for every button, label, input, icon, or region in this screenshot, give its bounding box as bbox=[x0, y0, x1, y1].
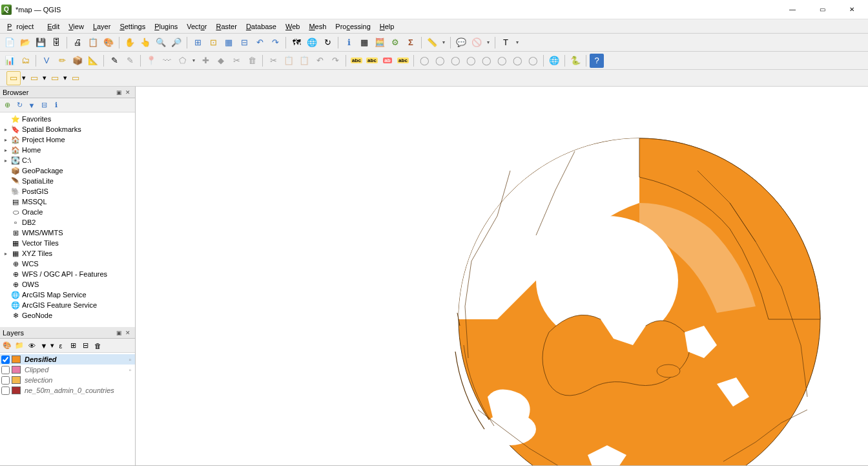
layer-visibility-checkbox[interactable] bbox=[1, 376, 10, 385]
collapse-icon[interactable]: ⊟ bbox=[38, 100, 50, 111]
select-all-button[interactable]: ▭ bbox=[68, 71, 83, 85]
text-annotation-button[interactable]: T bbox=[499, 36, 513, 50]
label-abc2-button[interactable]: abc bbox=[365, 54, 379, 68]
zoom-last-button[interactable]: ↶ bbox=[253, 36, 267, 50]
new-shapefile-button[interactable]: V bbox=[39, 54, 54, 68]
zoom-layer-button[interactable]: ▦ bbox=[222, 36, 236, 50]
pan-button[interactable]: ✋ bbox=[123, 36, 137, 50]
browser-item[interactable]: ⬭Oracle bbox=[0, 207, 135, 217]
browser-item[interactable]: ❄GeoNode bbox=[0, 310, 135, 321]
new-3d-view-button[interactable]: 🌐 bbox=[305, 36, 319, 50]
toggle-edit-button[interactable]: ✎ bbox=[107, 54, 121, 68]
browser-item[interactable]: 🪶SpatiaLite bbox=[0, 176, 135, 186]
visibility-icon[interactable]: 👁 bbox=[26, 340, 37, 352]
filter-legend-icon[interactable]: ▼ bbox=[38, 340, 50, 352]
browser-item[interactable]: ▸🏠Home bbox=[0, 145, 135, 155]
menu-plugins[interactable]: Plugins bbox=[150, 21, 182, 32]
help-button[interactable]: ? bbox=[590, 54, 604, 68]
menu-mesh[interactable]: Mesh bbox=[304, 21, 331, 32]
collapse-icon[interactable]: ⊟ bbox=[79, 340, 91, 352]
browser-item[interactable]: ▸🔖Spatial Bookmarks bbox=[0, 124, 135, 134]
menu-layer[interactable]: Layer bbox=[88, 21, 116, 32]
expand-icon[interactable]: ⊞ bbox=[67, 340, 79, 352]
deselect-button[interactable]: ▭ bbox=[48, 71, 62, 85]
toolbox-button[interactable]: ⚙ bbox=[388, 36, 402, 50]
zoom-full-button[interactable]: ⊞ bbox=[191, 36, 205, 50]
field-calc-button[interactable]: 🧮 bbox=[373, 36, 387, 50]
minimize-button[interactable]: — bbox=[778, 0, 807, 19]
add-raster-button[interactable]: 🗂 bbox=[18, 54, 32, 68]
new-map-view-button[interactable]: 🗺 bbox=[289, 36, 304, 50]
new-project-button[interactable]: 📄 bbox=[3, 36, 17, 50]
properties-icon[interactable]: ℹ bbox=[50, 100, 62, 111]
menu-processing[interactable]: Processing bbox=[331, 21, 375, 32]
zoom-native-button[interactable]: ⊟ bbox=[237, 36, 251, 50]
browser-tree[interactable]: ⭐Favorites▸🔖Spatial Bookmarks▸🏠Project H… bbox=[0, 112, 135, 327]
add-group-icon[interactable]: 📁 bbox=[14, 340, 25, 352]
close-panel-icon[interactable]: ✕ bbox=[123, 328, 132, 337]
layer-item[interactable]: selection bbox=[0, 375, 135, 385]
zoom-out-button[interactable]: 🔎 bbox=[169, 36, 183, 50]
browser-item[interactable]: ▸▦XYZ Tiles bbox=[0, 248, 135, 259]
style-manager-button[interactable]: 🎨 bbox=[101, 36, 116, 50]
undock-icon[interactable]: ▣ bbox=[114, 88, 123, 97]
layer-item[interactable]: Clipped▫ bbox=[0, 365, 135, 375]
map-canvas[interactable] bbox=[136, 87, 868, 465]
expand-icon[interactable]: ▸ bbox=[3, 158, 9, 164]
python-console-button[interactable]: 🐍 bbox=[568, 54, 583, 68]
label-abc4-button[interactable]: abc bbox=[396, 54, 410, 68]
browser-item[interactable]: 🌐ArcGIS Map Service bbox=[0, 290, 135, 300]
menu-settings[interactable]: Settings bbox=[115, 21, 150, 32]
zoom-in-button[interactable]: 🔍 bbox=[154, 36, 168, 50]
expression-icon[interactable]: ε bbox=[55, 340, 67, 352]
save-as-button[interactable]: 🗄 bbox=[49, 36, 63, 50]
filter-icon[interactable]: ▼ bbox=[26, 100, 37, 111]
metasearch-button[interactable]: 🌐 bbox=[547, 54, 561, 68]
browser-item[interactable]: ▸💽C:\ bbox=[0, 155, 135, 165]
zoom-selection-button[interactable]: ⊡ bbox=[206, 36, 220, 50]
browser-item[interactable]: ⊕OWS bbox=[0, 279, 135, 290]
select-value-button[interactable]: ▭ bbox=[27, 71, 41, 85]
expand-icon[interactable]: ▸ bbox=[3, 127, 9, 132]
layer-item[interactable]: Densified▫ bbox=[0, 354, 135, 365]
browser-item[interactable]: ⊕WCS bbox=[0, 259, 135, 269]
browser-item[interactable]: ▦Vector Tiles bbox=[0, 238, 135, 248]
layers-panel-header[interactable]: Layers ▣ ✕ bbox=[0, 327, 135, 339]
zoom-next-button[interactable]: ↷ bbox=[268, 36, 282, 50]
label-abc3-button[interactable]: ab bbox=[380, 54, 395, 68]
browser-item[interactable]: ▤MSSQL bbox=[0, 196, 135, 207]
stats-button[interactable]: Σ bbox=[404, 36, 418, 50]
menu-view[interactable]: View bbox=[64, 21, 88, 32]
remove-icon[interactable]: 🗑 bbox=[92, 340, 103, 352]
menu-vector[interactable]: Vector bbox=[182, 21, 211, 32]
undock-icon[interactable]: ▣ bbox=[114, 328, 123, 337]
browser-item[interactable]: 📦GeoPackage bbox=[0, 165, 135, 176]
edit-pencil-button[interactable]: ✏ bbox=[55, 54, 69, 68]
browser-panel-header[interactable]: Browser ▣ ✕ bbox=[0, 87, 135, 98]
select-features-button[interactable]: ▭ bbox=[6, 71, 21, 85]
expand-icon[interactable]: ▸ bbox=[3, 251, 9, 257]
save-project-button[interactable]: 💾 bbox=[34, 36, 48, 50]
layer-visibility-checkbox[interactable] bbox=[1, 366, 10, 374]
close-panel-icon[interactable]: ✕ bbox=[123, 88, 132, 97]
label-abc1-button[interactable]: abc bbox=[349, 54, 364, 68]
close-button[interactable]: ✕ bbox=[837, 0, 867, 19]
open-project-button[interactable]: 📂 bbox=[18, 36, 32, 50]
browser-item[interactable]: ▸🏠Project Home bbox=[0, 134, 135, 145]
browser-item[interactable]: ⊞WMS/WMTS bbox=[0, 228, 135, 238]
menu-web[interactable]: Web bbox=[281, 21, 304, 32]
browser-item[interactable]: ⊕WFS / OGC API - Features bbox=[0, 269, 135, 279]
menu-edit[interactable]: Edit bbox=[43, 21, 64, 32]
add-layer-icon[interactable]: ⊕ bbox=[1, 100, 13, 111]
new-geopackage-button[interactable]: 📦 bbox=[70, 54, 85, 68]
layer-style-icon[interactable]: 🎨 bbox=[1, 340, 13, 352]
browser-item[interactable]: 🌐ArcGIS Feature Service bbox=[0, 300, 135, 310]
menu-project[interactable]: Project bbox=[3, 21, 43, 32]
expand-icon[interactable]: ▸ bbox=[3, 137, 9, 143]
layer-item[interactable]: ne_50m_admin_0_countries bbox=[0, 385, 135, 396]
layer-visibility-checkbox[interactable] bbox=[1, 387, 10, 395]
tips-button[interactable]: 💬 bbox=[454, 36, 468, 50]
refresh-icon[interactable]: ↻ bbox=[14, 100, 25, 111]
identify-button[interactable]: ℹ bbox=[342, 36, 356, 50]
menu-help[interactable]: Help bbox=[375, 21, 399, 32]
